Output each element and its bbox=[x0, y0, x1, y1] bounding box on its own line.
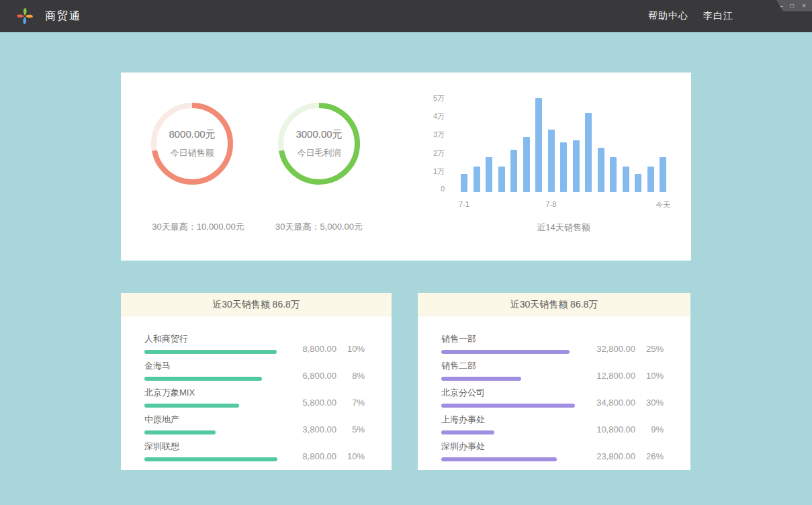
bar-chart-title: 近14天销售额 bbox=[461, 222, 666, 234]
rank-item-amount: 32,800.00 bbox=[587, 344, 635, 354]
list-item: 深圳办事处23,800.0026% bbox=[441, 434, 664, 461]
list-item: 销售一部32,800.0025% bbox=[441, 327, 664, 354]
rank-item-bar bbox=[441, 457, 557, 461]
app-logo-pinwheel-icon bbox=[17, 7, 33, 25]
today-profit-value: 3000.00元 bbox=[296, 128, 342, 141]
bar bbox=[573, 140, 580, 192]
list-item: 上海办事处10,800.009% bbox=[441, 408, 664, 434]
today-sales-caption: 今日销售额 bbox=[171, 147, 214, 159]
rank-item-percent: 7% bbox=[336, 398, 365, 408]
department-sales-list: 销售一部32,800.0025%销售二部12,800.0010%北京分公司34,… bbox=[418, 316, 690, 461]
user-menu[interactable]: 李白江 bbox=[703, 10, 733, 22]
today-profit-ring: 3000.00元 今日毛利润 bbox=[277, 102, 361, 185]
today-sales-ring: 8000.00元 今日销售额 bbox=[150, 102, 234, 185]
rank-item-name: 深圳联想 bbox=[144, 441, 288, 453]
sales-30day-max: 30天最高：10,000.00元 bbox=[134, 221, 262, 233]
y-axis-tick-label: 3万 bbox=[416, 130, 445, 140]
rank-item-name: 中原地产 bbox=[144, 414, 288, 426]
close-icon[interactable]: × bbox=[801, 0, 807, 11]
bar bbox=[498, 167, 505, 192]
list-item: 金海马6,800.008% bbox=[144, 354, 365, 381]
y-axis-tick-label: 0 bbox=[416, 185, 445, 193]
bar bbox=[647, 167, 654, 192]
brand: 商贸通 bbox=[17, 7, 81, 25]
today-profit-caption: 今日毛利润 bbox=[298, 147, 341, 159]
rank-item-percent: 5% bbox=[336, 424, 365, 434]
rank-item-amount: 34,800.00 bbox=[587, 398, 635, 408]
rank-item-name: 上海办事处 bbox=[441, 414, 587, 426]
bar bbox=[585, 113, 592, 192]
rank-item-percent: 10% bbox=[635, 371, 664, 381]
rank-item-percent: 26% bbox=[635, 451, 664, 461]
minimize-icon[interactable]: — bbox=[776, 0, 783, 11]
rank-item-name: 销售一部 bbox=[441, 333, 587, 345]
rank-item-percent: 30% bbox=[635, 398, 664, 408]
list-item: 北京万象MIX5,800.007% bbox=[144, 381, 365, 408]
bar bbox=[598, 148, 604, 192]
bar bbox=[623, 167, 629, 192]
bar bbox=[473, 167, 480, 192]
maximize-icon[interactable]: □ bbox=[788, 0, 795, 11]
bar bbox=[660, 157, 666, 192]
rank-item-amount: 23,800.00 bbox=[587, 451, 635, 461]
customer-sales-card: 近30天销售额 86.8万 人和商贸行8,800.0010%金海马6,800.0… bbox=[121, 293, 392, 470]
rank-item-bar bbox=[144, 377, 262, 381]
department-sales-card: 近30天销售额 86.8万 销售一部32,800.0025%销售二部12,800… bbox=[418, 293, 690, 470]
x-axis-tick-label: 7-1 bbox=[459, 200, 469, 208]
profit-30day-max: 30天最高：5,000.00元 bbox=[255, 221, 383, 233]
rank-item-percent: 8% bbox=[336, 371, 365, 381]
app-title: 商贸通 bbox=[45, 9, 81, 24]
rank-item-percent: 25% bbox=[635, 344, 664, 354]
rank-item-bar bbox=[144, 350, 277, 354]
bar-chart-14days bbox=[461, 97, 666, 192]
window-controls: — □ × bbox=[770, 0, 812, 11]
y-axis-tick-label: 4万 bbox=[416, 111, 445, 122]
rank-item-amount: 5,800.00 bbox=[288, 398, 336, 408]
customer-sales-header: 近30天销售额 86.8万 bbox=[121, 293, 392, 316]
customer-sales-list: 人和商贸行8,800.0010%金海马6,800.008%北京万象MIX5,80… bbox=[121, 316, 392, 461]
rank-item-bar bbox=[441, 430, 494, 434]
rank-item-name: 北京万象MIX bbox=[144, 387, 288, 399]
y-axis-tick-label: 2万 bbox=[416, 148, 445, 158]
rank-item-percent: 10% bbox=[336, 344, 365, 354]
rank-item-name: 销售二部 bbox=[441, 360, 587, 372]
rank-item-amount: 6,800.00 bbox=[288, 371, 336, 381]
list-item: 销售二部12,800.0010% bbox=[441, 354, 664, 381]
bar bbox=[560, 142, 567, 192]
rank-item-name: 人和商贸行 bbox=[144, 333, 288, 345]
rank-item-name: 金海马 bbox=[144, 360, 288, 372]
rank-item-percent: 10% bbox=[336, 451, 365, 461]
list-item: 人和商贸行8,800.0010% bbox=[144, 327, 365, 354]
x-axis-tick-label: 今天 bbox=[656, 200, 670, 210]
bar bbox=[548, 130, 555, 192]
rank-item-name: 北京分公司 bbox=[441, 387, 587, 399]
list-item: 中原地产3,800.005% bbox=[144, 408, 365, 434]
help-center-link[interactable]: 帮助中心 bbox=[648, 10, 688, 22]
rank-item-bar bbox=[144, 457, 277, 461]
rank-item-amount: 8,800.00 bbox=[288, 451, 336, 461]
today-sales-value: 8000.00元 bbox=[169, 128, 215, 141]
bar bbox=[486, 157, 492, 192]
rank-item-bar bbox=[441, 350, 570, 354]
bar bbox=[523, 137, 530, 192]
rank-item-bar bbox=[441, 404, 575, 408]
bar bbox=[610, 157, 617, 192]
titlebar: 商贸通 帮助中心 李白江 — □ × bbox=[0, 0, 812, 32]
bar bbox=[461, 174, 467, 192]
list-item: 深圳联想8,800.0010% bbox=[144, 434, 365, 461]
bar-chart-x-axis: 7-17-8今天 bbox=[461, 200, 666, 210]
list-item: 北京分公司34,800.0030% bbox=[441, 381, 664, 408]
rank-item-amount: 10,800.00 bbox=[587, 424, 635, 434]
rank-item-bar bbox=[144, 404, 239, 408]
bar bbox=[510, 150, 517, 192]
bar bbox=[535, 98, 542, 192]
bar bbox=[635, 174, 641, 192]
x-axis-tick-label: 7-8 bbox=[546, 200, 557, 208]
overview-card: 8000.00元 今日销售额 30天最高：10,000.00元 3000.00元… bbox=[121, 73, 691, 261]
rank-item-name: 深圳办事处 bbox=[441, 441, 587, 453]
y-axis-tick-label: 1万 bbox=[416, 167, 445, 177]
titlebar-nav: 帮助中心 李白江 bbox=[648, 0, 733, 32]
rank-item-bar bbox=[144, 430, 216, 434]
y-axis-tick-label: 5万 bbox=[416, 93, 445, 103]
rank-item-amount: 12,800.00 bbox=[587, 371, 635, 381]
